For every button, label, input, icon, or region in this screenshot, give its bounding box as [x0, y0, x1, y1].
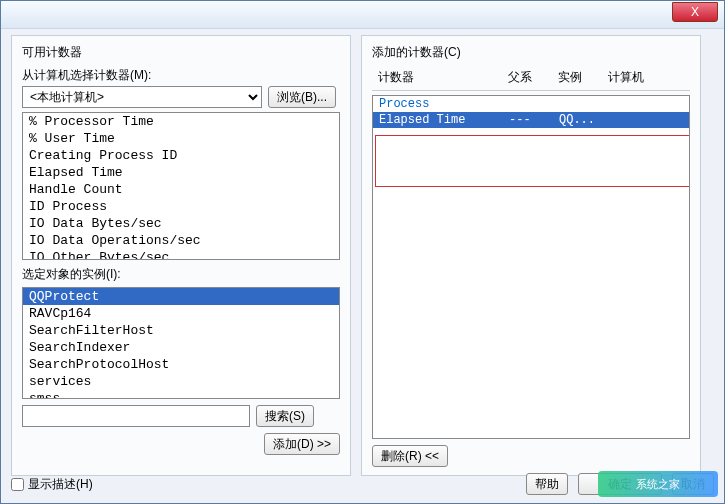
- list-item[interactable]: SearchFilterHost: [23, 322, 339, 339]
- list-item[interactable]: IO Other Bytes/sec: [23, 249, 339, 260]
- list-item[interactable]: ID Process: [23, 198, 339, 215]
- columns-header: 计数器 父系 实例 计算机: [372, 65, 690, 91]
- list-item[interactable]: QQProtect: [23, 288, 339, 305]
- list-item[interactable]: SearchIndexer: [23, 339, 339, 356]
- list-item[interactable]: % User Time: [23, 130, 339, 147]
- search-button[interactable]: 搜索(S): [256, 405, 314, 427]
- highlight-box: [375, 135, 690, 187]
- list-item[interactable]: Handle Count: [23, 181, 339, 198]
- tree-row-selected[interactable]: Elapsed Time --- QQ...: [373, 112, 689, 128]
- instances-list[interactable]: QQProtectRAVCp164SearchFilterHostSearchI…: [22, 287, 340, 399]
- list-item[interactable]: Creating Process ID: [23, 147, 339, 164]
- list-item[interactable]: services: [23, 373, 339, 390]
- add-button[interactable]: 添加(D) >>: [264, 433, 340, 455]
- search-input[interactable]: [22, 405, 250, 427]
- col-instance[interactable]: 实例: [552, 69, 602, 86]
- available-heading: 可用计数器: [22, 44, 340, 61]
- list-item[interactable]: IO Data Operations/sec: [23, 232, 339, 249]
- close-button[interactable]: X: [672, 2, 718, 22]
- counters-list[interactable]: % Processor Time% User TimeCreating Proc…: [22, 112, 340, 260]
- cell-counter: Elapsed Time: [379, 113, 509, 127]
- added-heading: 添加的计数器(C): [372, 44, 690, 61]
- show-description-checkbox[interactable]: 显示描述(H): [11, 476, 93, 493]
- col-counter[interactable]: 计数器: [372, 69, 502, 86]
- show-description-label: 显示描述(H): [28, 476, 93, 493]
- show-description-input[interactable]: [11, 478, 24, 491]
- added-list[interactable]: Process Elapsed Time --- QQ...: [372, 95, 690, 439]
- col-parent[interactable]: 父系: [502, 69, 552, 86]
- list-item[interactable]: IO Data Bytes/sec: [23, 215, 339, 232]
- computer-select[interactable]: <本地计算机>: [22, 86, 262, 108]
- tree-group[interactable]: Process: [373, 96, 689, 112]
- titlebar: X: [1, 1, 724, 29]
- list-item[interactable]: SearchProtocolHost: [23, 356, 339, 373]
- watermark-logo: 系统之家: [598, 471, 718, 497]
- cell-parent: ---: [509, 113, 559, 127]
- list-item[interactable]: % Processor Time: [23, 113, 339, 130]
- browse-button[interactable]: 浏览(B)...: [268, 86, 336, 108]
- available-counters-panel: 可用计数器 从计算机选择计数器(M): <本地计算机> 浏览(B)... % P…: [11, 35, 351, 476]
- cell-instance: QQ...: [559, 113, 609, 127]
- instances-label: 选定对象的实例(I):: [22, 266, 340, 283]
- col-computer[interactable]: 计算机: [602, 69, 662, 86]
- list-item[interactable]: RAVCp164: [23, 305, 339, 322]
- list-item[interactable]: smss: [23, 390, 339, 399]
- help-button[interactable]: 帮助: [526, 473, 568, 495]
- remove-button[interactable]: 删除(R) <<: [372, 445, 448, 467]
- list-item[interactable]: Elapsed Time: [23, 164, 339, 181]
- computer-label: 从计算机选择计数器(M):: [22, 67, 340, 84]
- added-counters-panel: 添加的计数器(C) 计数器 父系 实例 计算机 Process Elapsed …: [361, 35, 701, 476]
